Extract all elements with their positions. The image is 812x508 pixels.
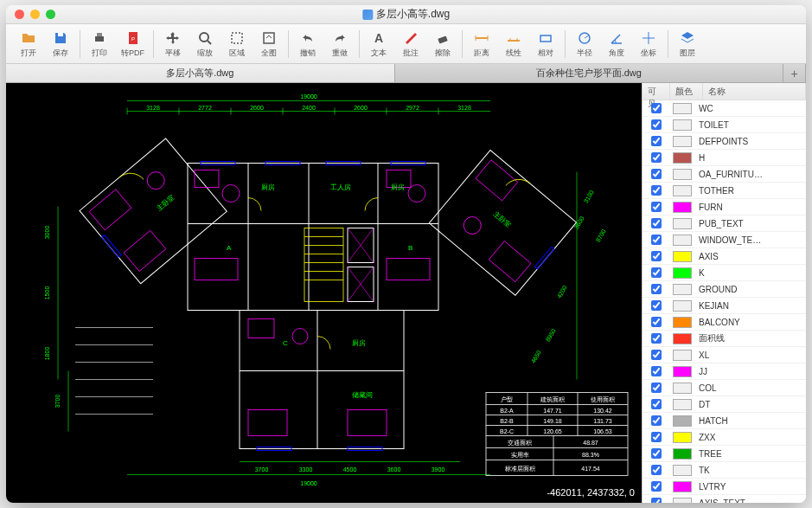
layer-color-swatch[interactable] [673,350,692,361]
layer-row[interactable]: TOTHER [643,183,806,199]
layer-color-swatch[interactable] [673,103,692,114]
layer-row[interactable]: LVTRY [643,479,806,495]
layer-visible-checkbox[interactable] [651,169,662,179]
layer-row[interactable]: DEFPOINTS [643,133,806,150]
layer-visible-checkbox[interactable] [651,317,662,327]
toolbar-area-button[interactable]: 区域 [221,28,253,61]
layer-row[interactable]: HATCH [643,413,806,429]
layer-visible-checkbox[interactable] [651,218,662,228]
layer-visible-checkbox[interactable] [651,415,662,426]
tab-0[interactable]: 多层小高等.dwg [6,64,395,82]
layer-color-swatch[interactable] [673,415,692,427]
layer-visible-checkbox[interactable] [651,119,662,130]
layer-visible-checkbox[interactable] [651,136,662,146]
toolbar-coord-button[interactable]: 坐标 [633,28,664,61]
toolbar-pdf-button[interactable]: P转PDF [116,28,150,61]
layer-row[interactable]: TK [643,462,806,479]
layer-row[interactable]: JJ [643,363,806,380]
toolbar-text-button[interactable]: A文本 [363,28,394,61]
layer-color-swatch[interactable] [673,202,692,213]
layer-color-swatch[interactable] [673,119,692,131]
layer-visible-checkbox[interactable] [651,267,662,278]
layer-row[interactable]: DT [643,396,806,413]
toolbar-fit-button[interactable]: 全图 [253,28,285,61]
layer-visible-checkbox[interactable] [651,103,662,113]
toolbar-zoom-button[interactable]: 缩放 [189,28,221,61]
layer-row[interactable]: KEJIAN [643,298,806,314]
layer-visible-checkbox[interactable] [651,498,662,503]
toolbar-radius-button[interactable]: 半径 [569,28,600,61]
layer-color-swatch[interactable] [673,152,692,164]
layer-color-swatch[interactable] [673,251,692,262]
toolbar-redo-button[interactable]: 重做 [324,28,355,61]
layer-color-swatch[interactable] [673,185,692,196]
layer-color-swatch[interactable] [673,448,692,460]
layer-row[interactable]: PUB_TEXT [643,215,806,232]
layer-visible-checkbox[interactable] [651,383,662,393]
layer-visible-checkbox[interactable] [651,202,662,212]
layer-color-swatch[interactable] [673,432,692,443]
layer-row[interactable]: WC [643,100,806,117]
layer-color-swatch[interactable] [673,136,692,147]
layer-visible-checkbox[interactable] [651,448,662,459]
layer-color-swatch[interactable] [673,218,692,229]
layer-row[interactable]: AXIS_TEXT [643,495,806,503]
layer-color-swatch[interactable] [673,169,692,180]
layer-color-swatch[interactable] [673,333,692,344]
minimize-button[interactable] [30,10,40,19]
layer-color-swatch[interactable] [673,284,692,295]
toolbar-undo-button[interactable]: 撤销 [292,28,323,61]
layer-row[interactable]: K [643,265,806,281]
layer-visible-checkbox[interactable] [651,251,662,261]
layer-visible-checkbox[interactable] [651,432,662,442]
layer-color-swatch[interactable] [673,300,692,312]
layer-color-swatch[interactable] [673,317,692,328]
layer-color-swatch[interactable] [673,366,692,377]
layer-visible-checkbox[interactable] [651,300,662,311]
layer-visible-checkbox[interactable] [651,350,662,360]
layer-color-swatch[interactable] [673,465,692,476]
toolbar-linear-button[interactable]: 线性 [498,28,529,61]
toolbar-annot-button[interactable]: 批注 [395,28,426,61]
layer-visible-checkbox[interactable] [651,152,662,163]
layer-row[interactable]: BALCONY [643,314,806,331]
layer-row[interactable]: OA_FURNITU… [643,166,806,183]
layer-visible-checkbox[interactable] [651,235,662,245]
layer-row[interactable]: ZXX [643,429,806,446]
layer-row[interactable]: XL [643,347,806,363]
tab-1[interactable]: 百余种住宅户形平面.dwg [395,64,784,82]
toolbar-save-button[interactable]: 保存 [45,28,76,61]
toolbar-print-button[interactable]: 打印 [84,28,115,61]
toolbar-rel-button[interactable]: 相对 [530,28,561,61]
layer-row[interactable]: TOILET [643,117,806,133]
layer-row[interactable]: AXIS [643,248,806,265]
layer-row[interactable]: GROUND [643,281,806,298]
layer-row[interactable]: 面积线 [643,331,806,347]
layer-color-swatch[interactable] [673,235,692,246]
layer-visible-checkbox[interactable] [651,399,662,409]
toolbar-erase-button[interactable]: 擦除 [427,28,458,61]
new-tab-button[interactable]: + [783,64,806,82]
layer-color-swatch[interactable] [673,267,692,279]
layer-color-swatch[interactable] [673,383,692,394]
layer-color-swatch[interactable] [673,481,692,492]
layer-visible-checkbox[interactable] [651,284,662,294]
drawing-canvas[interactable]: 19000 3128277226002400260029723128 3000 … [6,83,642,503]
layer-visible-checkbox[interactable] [651,333,662,344]
layer-visible-checkbox[interactable] [651,366,662,376]
layer-row[interactable]: WINDOW_TE… [643,232,806,248]
layer-row[interactable]: FURN [643,199,806,215]
toolbar-dist-button[interactable]: 距离 [466,28,497,61]
close-button[interactable] [15,10,24,19]
layer-visible-checkbox[interactable] [651,185,662,196]
layer-color-swatch[interactable] [673,399,692,410]
layer-color-swatch[interactable] [673,498,692,504]
layer-row[interactable]: COL [643,380,806,396]
toolbar-angle-button[interactable]: 角度 [601,28,632,61]
layer-row[interactable]: H [643,150,806,166]
layers-list[interactable]: WCTOILETDEFPOINTSHOA_FURNITU…TOTHERFURNP… [643,100,806,503]
toolbar-layers-button[interactable]: 图层 [672,28,703,61]
layer-row[interactable]: TREE [643,446,806,462]
toolbar-pan-button[interactable]: 平移 [157,28,189,61]
toolbar-folder-button[interactable]: 打开 [13,28,44,61]
